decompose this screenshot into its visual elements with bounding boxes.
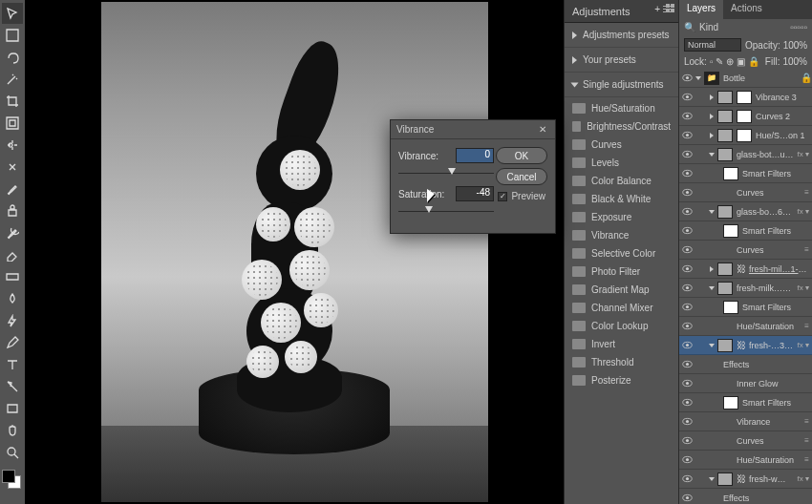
marquee-rect-tool[interactable] [2,25,23,46]
blur-tool[interactable] [2,288,23,309]
layer-name[interactable]: Curves [737,245,801,255]
chevron-right-icon[interactable] [710,114,714,119]
fill-value[interactable]: 100% [782,56,807,67]
layer-name[interactable]: Smart Filters [742,226,809,236]
chevron-icon[interactable] [709,210,715,214]
saturation-slider[interactable] [398,206,494,218]
brush-tool[interactable] [2,178,23,200]
fx-badge[interactable]: fx ▾ [798,341,809,349]
adjustment-col[interactable]: Color Balance [565,172,678,190]
heal-tool[interactable] [2,157,23,178]
layer-row[interactable]: Smart Filters [679,164,812,183]
fx-badge[interactable]: fx ▾ [798,207,809,216]
layer-row[interactable]: Hue/Saturation≡ [679,317,812,336]
layer-row[interactable]: fresh-milk…0-utc copyfx ▾ [679,279,812,298]
filter-settings-icon[interactable]: ≡ [804,245,809,254]
visibility-toggle-icon[interactable] [682,321,693,331]
path-sel-tool[interactable] [2,376,23,397]
layer-name[interactable]: fresh-mil…1-20-utc [749,264,809,274]
layer-name[interactable]: Effects [723,494,809,503]
lock-icons[interactable]: ▫ ✎ ⊕ ▣ 🔒 [710,56,759,67]
layer-name[interactable]: Curves [737,436,801,446]
visibility-toggle-icon[interactable] [682,263,693,274]
move-tool[interactable] [2,3,23,24]
chevron-icon[interactable] [709,153,715,157]
layer-row[interactable]: Inner Glow [679,374,812,393]
layer-row[interactable]: Hue/Saturation≡ [679,451,812,470]
layer-row[interactable]: glass-bo…6-13-utcfx ▾ [679,202,812,221]
gradient-tool[interactable] [2,266,23,287]
rectangle-tool[interactable] [2,398,23,419]
layer-name[interactable]: Smart Filters [742,303,809,312]
visibility-toggle-icon[interactable] [682,187,693,198]
layer-row[interactable]: Smart Filters [679,298,812,317]
close-icon[interactable]: ✕ [536,123,549,136]
layer-name[interactable]: Inner Glow [737,379,809,388]
layer-name[interactable]: Curves [737,188,801,198]
layer-name[interactable]: Smart Filters [742,169,809,178]
cancel-button[interactable]: Cancel [496,168,547,185]
layers-filter-search-icon[interactable]: 🔍 [684,22,695,32]
visibility-toggle-icon[interactable] [682,283,693,293]
layer-row[interactable]: Effects [679,355,812,374]
fg-color-swatch[interactable] [2,470,15,483]
clone-tool[interactable] [2,200,23,221]
layers-filter-icons[interactable]: ▫▫▫▫▫ [790,22,807,32]
adjustment-cha[interactable]: Channel Mixer [565,299,678,317]
adjustment-lev[interactable]: Levels [565,154,678,172]
layer-row[interactable]: ⛓fresh-w…34-utcfx ▾ [679,470,812,489]
visibility-toggle-icon[interactable] [682,92,693,102]
visibility-toggle-icon[interactable] [682,111,693,121]
frame-tool[interactable] [2,113,23,134]
pen-tool[interactable] [2,332,23,353]
chevron-icon[interactable] [709,477,715,481]
layer-name[interactable]: fresh-…36-utc [749,341,794,350]
adjustment-loo[interactable]: Color Lookup [565,317,678,335]
adjustment-thr[interactable]: Threshold [565,353,678,371]
layer-row[interactable]: Vibrance 3 [679,88,812,107]
layer-name[interactable]: Vibrance 3 [756,93,809,102]
chevron-right-icon[interactable] [710,133,714,138]
chevron-down-icon[interactable] [695,76,701,80]
filter-settings-icon[interactable]: ≡ [804,455,809,464]
saturation-input[interactable]: -48 [456,186,494,201]
blend-mode-select[interactable] [684,38,741,52]
zoom-tool[interactable] [2,442,23,463]
adjustment-pho[interactable]: Photo Filter [565,262,678,281]
adjustment-inv[interactable]: Invert [565,335,678,353]
layer-name[interactable]: Effects [723,360,809,369]
ok-button[interactable]: OK [496,147,547,164]
chevron-icon[interactable] [709,286,715,290]
single-adjustments-section[interactable]: Single adjustments [565,73,678,97]
adjustment-sel[interactable]: Selective Color [565,244,678,262]
layer-row[interactable]: Hue/S…on 1 [679,126,812,145]
layer-row[interactable]: Smart Filters [679,221,812,241]
tab-layers[interactable]: Layers [679,0,723,19]
adjustments-presets-section[interactable]: Adjustments presets [565,23,678,48]
layer-row[interactable]: Vibrance≡ [679,412,812,431]
visibility-toggle-icon[interactable] [682,225,693,236]
dodge-tool[interactable] [2,310,23,331]
filter-settings-icon[interactable]: ≡ [804,322,809,330]
color-swatches[interactable] [0,468,25,494]
lasso-tool[interactable] [2,47,23,68]
visibility-toggle-icon[interactable] [682,493,693,503]
layer-name[interactable]: Hue/Saturation [737,455,801,465]
layer-name[interactable]: fresh-milk…0-utc copy [737,284,794,293]
adjustment-pos[interactable]: Posterize [565,371,678,389]
preview-checkbox[interactable]: ✓ [498,192,507,201]
layer-row[interactable]: ⛓fresh-…36-utcfx ▾ [679,336,812,355]
adjustment-bw[interactable]: Black & White [565,190,678,208]
layer-name[interactable]: Vibrance [737,417,801,427]
visibility-toggle-icon[interactable] [682,168,693,178]
layer-row[interactable]: Curves≡ [679,241,812,260]
visibility-toggle-icon[interactable] [682,378,693,388]
chevron-right-icon[interactable] [710,94,714,100]
hand-tool[interactable] [2,420,23,441]
vibrance-slider[interactable] [398,168,494,179]
opacity-value[interactable]: 100% [783,40,808,51]
layer-row[interactable]: Curves≡ [679,431,812,451]
visibility-toggle-icon[interactable] [682,416,693,427]
visibility-toggle-icon[interactable] [682,302,693,312]
visibility-toggle-icon[interactable] [682,454,693,465]
